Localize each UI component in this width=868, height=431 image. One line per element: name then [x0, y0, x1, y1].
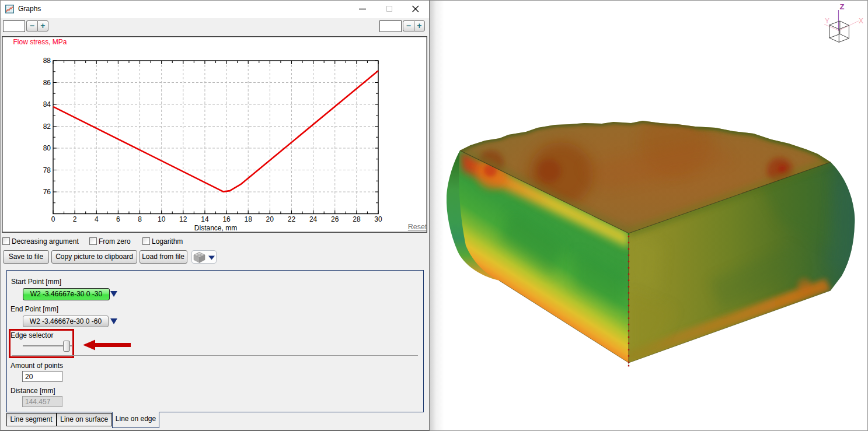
svg-text:24: 24: [309, 215, 318, 223]
svg-text:Distance, mm: Distance, mm: [194, 224, 237, 232]
svg-text:86: 86: [43, 79, 51, 87]
svg-text:76: 76: [43, 188, 51, 196]
svg-text:8: 8: [138, 215, 142, 223]
svg-text:88: 88: [43, 57, 51, 65]
svg-text:X: X: [859, 17, 863, 25]
svg-text:78: 78: [43, 166, 51, 174]
svg-text:10: 10: [158, 215, 166, 223]
svg-text:Flow stress, MPa: Flow stress, MPa: [13, 38, 67, 46]
svg-text:18: 18: [245, 215, 253, 223]
svg-text:2: 2: [73, 215, 77, 223]
svg-text:20: 20: [266, 215, 274, 223]
svg-text:14: 14: [201, 215, 209, 223]
svg-text:Z: Z: [840, 2, 845, 11]
svg-text:12: 12: [179, 215, 187, 223]
svg-text:16: 16: [222, 215, 231, 223]
svg-text:80: 80: [43, 144, 51, 152]
svg-text:Reset: Reset: [408, 223, 427, 231]
svg-text:4: 4: [95, 215, 99, 223]
svg-text:Y: Y: [825, 17, 829, 25]
svg-text:0: 0: [51, 215, 55, 223]
svg-text:28: 28: [353, 215, 361, 223]
svg-text:30: 30: [374, 215, 382, 223]
svg-text:22: 22: [288, 215, 296, 223]
svg-text:26: 26: [331, 215, 339, 223]
svg-text:82: 82: [43, 122, 51, 131]
svg-text:6: 6: [116, 215, 120, 223]
svg-text:84: 84: [43, 100, 51, 108]
